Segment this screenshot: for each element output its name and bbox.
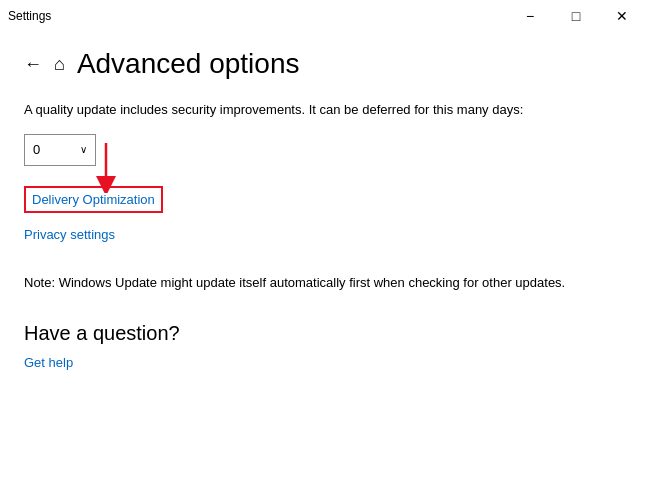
dropdown-value: 0 (33, 142, 72, 157)
annotation-arrow (96, 138, 151, 193)
title-bar-left: Settings (8, 9, 51, 23)
home-icon: ⌂ (54, 54, 65, 75)
page-title: Advanced options (77, 48, 300, 80)
links-section: Delivery Optimization Privacy settings (24, 186, 629, 243)
back-button[interactable]: ← (24, 54, 42, 75)
question-title: Have a question? (24, 322, 629, 345)
note-section: Note: Windows Update might update itself… (24, 273, 629, 293)
days-dropdown[interactable]: 0 ∨ (24, 134, 96, 166)
content-area: ← ⌂ Advanced options A quality update in… (0, 32, 653, 387)
maximize-button[interactable]: □ (553, 0, 599, 32)
privacy-settings-link[interactable]: Privacy settings (24, 227, 115, 242)
title-bar: Settings − □ ✕ (0, 0, 653, 32)
chevron-down-icon: ∨ (80, 144, 87, 155)
description-text: A quality update includes security impro… (24, 100, 629, 120)
back-icon: ← (24, 54, 42, 75)
header-row: ← ⌂ Advanced options (24, 48, 629, 80)
question-section: Have a question? Get help (24, 322, 629, 371)
title-bar-controls: − □ ✕ (507, 0, 645, 32)
minimize-button[interactable]: − (507, 0, 553, 32)
settings-title: Settings (8, 9, 51, 23)
get-help-link[interactable]: Get help (24, 355, 73, 370)
close-button[interactable]: ✕ (599, 0, 645, 32)
note-text: Note: Windows Update might update itself… (24, 273, 629, 293)
